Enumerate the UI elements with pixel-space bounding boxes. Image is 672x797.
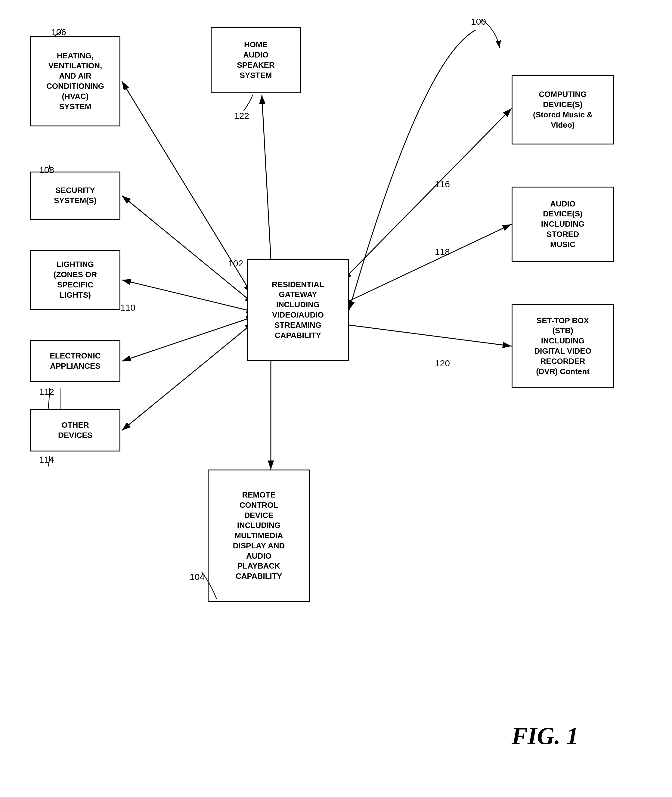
figure-label: FIG. 1 [512, 722, 578, 750]
ref-120: 120 [435, 358, 450, 368]
node-remote: REMOTE CONTROL DEVICE INCLUDING MULTIMED… [208, 469, 310, 602]
svg-line-6 [122, 328, 247, 431]
node-hvac: HEATING, VENTILATION, AND AIR CONDITIONI… [30, 36, 120, 126]
ref-112: 112 [39, 387, 54, 397]
ref-102: 102 [228, 258, 243, 269]
diagram: RESIDENTIAL GATEWAY INCLUDING VIDEO/AUDI… [0, 0, 672, 797]
node-computing: COMPUTING DEVICE(S) (Stored Music & Vide… [512, 75, 614, 144]
node-gateway: RESIDENTIAL GATEWAY INCLUDING VIDEO/AUDI… [247, 259, 349, 361]
node-stb: SET-TOP BOX (STB) INCLUDING DIGITAL VIDE… [512, 304, 614, 388]
node-appliances: ELECTRONIC APPLIANCES [30, 340, 120, 382]
ref-114: 114 [39, 455, 54, 465]
node-audio: AUDIO DEVICE(S) INCLUDING STORED MUSIC [512, 187, 614, 262]
svg-line-4 [122, 280, 247, 310]
node-lighting: LIGHTING (ZONES OR SPECIFIC LIGHTS) [30, 250, 120, 310]
ref-122: 122 [234, 111, 249, 121]
ref-104: 104 [190, 572, 205, 582]
ref-116: 116 [435, 179, 450, 189]
svg-line-5 [122, 319, 247, 361]
svg-line-10 [349, 224, 512, 301]
ref-108: 108 [39, 165, 54, 175]
ref-100: 100 [471, 16, 486, 27]
svg-line-9 [349, 108, 512, 274]
node-security: SECURITY SYSTEM(S) [30, 171, 120, 220]
ref-110: 110 [120, 302, 135, 313]
node-home-audio: HOME AUDIO SPEAKER SYSTEM [211, 27, 301, 93]
node-other-devices: OTHER DEVICES [30, 409, 120, 451]
svg-line-7 [262, 95, 271, 259]
ref-106: 106 [51, 27, 66, 37]
svg-line-2 [122, 81, 247, 286]
svg-line-3 [122, 196, 247, 298]
svg-line-11 [349, 325, 512, 346]
ref-118: 118 [435, 247, 450, 257]
